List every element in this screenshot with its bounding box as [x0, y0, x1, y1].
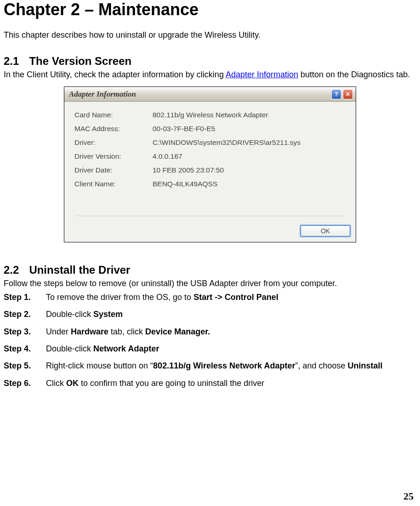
text-fragment: 802.11b	[153, 111, 178, 119]
text-fragment: Double-click	[46, 344, 93, 353]
text-fragment: to confirm that you are going to uninsta…	[79, 379, 264, 388]
row-driver-date: Driver Date: 10 FEB 2005 23:07:50	[74, 163, 346, 177]
label-client-name: Client Name:	[74, 177, 153, 191]
uninstall-steps: Step 1. To remove the driver from the OS…	[4, 292, 416, 389]
value-client-name: BENQ-4ILK49AQSS	[153, 177, 346, 191]
dialog-divider	[76, 216, 344, 216]
text-fragment: Click	[46, 379, 66, 388]
help-icon[interactable]: ?	[331, 89, 341, 99]
label-driver: Driver:	[74, 136, 153, 150]
text-bold: Uninstall	[347, 361, 382, 370]
row-card-name: Card Name: 802.11b/g Wireless Network Ad…	[74, 108, 346, 122]
section-heading-text: The Version Screen	[29, 55, 131, 67]
label-driver-date: Driver Date:	[74, 163, 153, 177]
section-2-1-title: 2.1The Version Screen	[4, 55, 416, 68]
dialog-titlebar: Adapter Information ?	[64, 87, 356, 102]
step-label: Step 4.	[4, 344, 46, 354]
step-3: Step 3. Under Hardware tab, click Device…	[4, 327, 416, 337]
label-driver-version: Driver Version:	[74, 150, 153, 163]
step-label: Step 5.	[4, 361, 46, 371]
close-icon[interactable]	[343, 89, 353, 99]
step-body: To remove the driver from the OS, go to …	[46, 292, 416, 303]
step-body: Right-click mouse button on “802.11b/g W…	[46, 361, 416, 371]
value-card-name: 802.11b/g Wireless Network Adapter	[153, 108, 346, 122]
step-body: Double-click System	[46, 309, 416, 320]
value-driver: C:\WINDOWS\system32\DRIVERS\ar5211.sys	[153, 136, 346, 150]
text-fragment: tab, click	[108, 327, 145, 336]
label-card-name: Card Name:	[74, 108, 153, 122]
value-driver-date: 10 FEB 2005 23:07:50	[153, 163, 346, 177]
step-body: Click OK to confirm that you are going t…	[46, 378, 416, 389]
section-heading-text: Uninstall the Driver	[29, 264, 130, 276]
text-fragment: Right-click mouse button on “	[46, 361, 153, 370]
text-bold: Hardware	[71, 327, 108, 336]
text-fragment: ”, and choose	[295, 361, 347, 370]
row-driver: Driver: C:\WINDOWS\system32\DRIVERS\ar52…	[74, 136, 346, 150]
value-driver-version: 4.0.0.167	[153, 150, 346, 163]
step-body: Double-click Network Adapter	[46, 344, 416, 354]
text-bold: OK	[66, 379, 79, 388]
text-fragment: To remove the driver from the OS, go to	[46, 293, 193, 302]
step-6: Step 6. Click OK to confirm that you are…	[4, 378, 416, 389]
row-driver-version: Driver Version: 4.0.0.167	[74, 150, 346, 163]
step-4: Step 4. Double-click Network Adapter	[4, 344, 416, 354]
adapter-information-link[interactable]: Adapter Information	[226, 70, 298, 79]
section-2-1-body: In the Client Utility, check the adapter…	[4, 69, 416, 80]
step-label: Step 1.	[4, 292, 46, 303]
step-label: Step 2.	[4, 309, 46, 320]
chapter-intro: This chapter describes how to uninstall …	[4, 30, 416, 40]
row-client-name: Client Name: BENQ-4ILK49AQSS	[74, 177, 346, 191]
step-label: Step 6.	[4, 378, 46, 389]
section-2-2-intro: Follow the steps below to remove (or uni…	[4, 278, 416, 289]
step-body: Under Hardware tab, click Device Manager…	[46, 327, 416, 337]
step-5: Step 5. Right-click mouse button on “802…	[4, 361, 416, 371]
text-fragment: Double-click	[46, 310, 93, 319]
dialog-body: Card Name: 802.11b/g Wireless Network Ad…	[64, 102, 356, 222]
dialog-title: Adapter Information	[69, 90, 331, 99]
row-mac: MAC Address: 00-03-7F-BE-F0-E5	[74, 122, 346, 136]
step-1: Step 1. To remove the driver from the OS…	[4, 292, 416, 303]
section-number: 2.1	[4, 55, 19, 67]
step-label: Step 3.	[4, 327, 46, 337]
label-mac: MAC Address:	[74, 122, 153, 136]
chapter-title: Chapter 2 – Maintenance	[4, 0, 416, 19]
text-fragment: Under	[46, 327, 71, 336]
text-bold: System	[93, 310, 123, 319]
page-number: 25	[403, 490, 414, 502]
section-number: 2.2	[4, 264, 19, 276]
text-fragment: In the Client Utility, check the adapter…	[4, 70, 226, 79]
text-bold: 802.11b/g Wireless Network Adapter	[153, 361, 295, 370]
text-bold: Start -> Control Panel	[193, 293, 278, 302]
ok-button[interactable]: OK	[300, 224, 351, 237]
section-2-2-title: 2.2Uninstall the Driver	[4, 264, 416, 276]
value-mac: 00-03-7F-BE-F0-E5	[153, 122, 346, 136]
text-fragment: button on the Diagnostics tab.	[298, 70, 410, 79]
adapter-info-table: Card Name: 802.11b/g Wireless Network Ad…	[74, 108, 346, 191]
adapter-information-dialog: Adapter Information ? Card Name: 802.11b…	[64, 86, 356, 242]
step-2: Step 2. Double-click System	[4, 309, 416, 320]
dialog-footer: OK	[64, 222, 356, 242]
titlebar-buttons: ?	[331, 89, 353, 99]
text-bold: Network Adapter	[93, 344, 159, 353]
text-fragment: /g Wireless Network Adapter	[178, 111, 268, 119]
text-bold: Device Manager.	[145, 327, 210, 336]
